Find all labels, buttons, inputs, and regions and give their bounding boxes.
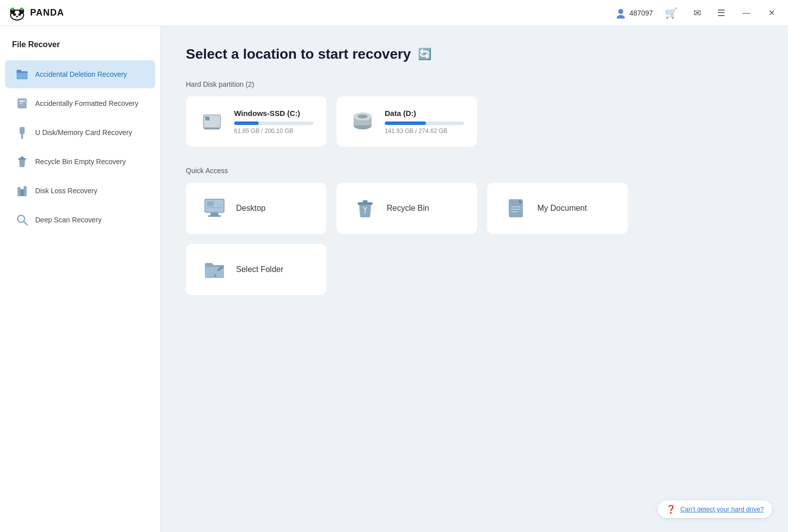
sidebar-item-recycle-label: Recycle Bin Empty Recovery — [35, 158, 126, 166]
svg-rect-21 — [24, 186, 27, 196]
qa-desktop-label: Desktop — [236, 204, 266, 213]
deep-scan-icon — [15, 213, 29, 227]
svg-rect-29 — [208, 117, 209, 118]
svg-rect-46 — [511, 206, 521, 207]
user-avatar-icon — [615, 8, 626, 19]
drive-card-d[interactable]: Data (D:) 141.93 GB / 274.62 GB — [336, 96, 477, 147]
app-name: PANDA — [30, 8, 64, 18]
refresh-icon[interactable]: 🔄 — [418, 48, 431, 61]
mail-button[interactable]: ✉ — [690, 6, 705, 21]
qa-my-document-label: My Document — [537, 204, 587, 213]
drive-c-progress — [234, 121, 313, 125]
svg-rect-10 — [17, 73, 28, 79]
drive-d-fill — [385, 121, 426, 125]
svg-point-16 — [21, 137, 23, 139]
sidebar-item-formatted-label: Accidentally Formatted Recovery — [35, 99, 138, 107]
svg-point-4 — [18, 13, 21, 16]
quick-access-label: Quick Access — [186, 167, 763, 175]
drive-d-icon — [350, 108, 376, 135]
drive-c-space: 61.85 GB / 200.10 GB — [234, 127, 313, 135]
drive-d-info: Data (D:) 141.93 GB / 274.62 GB — [385, 109, 464, 135]
svg-point-35 — [358, 114, 368, 118]
titlebar: PANDA 487097 🛒 ✉ ☰ — ✕ — [0, 0, 788, 26]
svg-rect-42 — [358, 202, 373, 205]
svg-rect-41 — [207, 207, 222, 208]
svg-rect-28 — [206, 117, 207, 118]
svg-rect-17 — [18, 158, 26, 160]
user-info: 487097 — [615, 8, 653, 19]
qa-card-select-folder[interactable]: Select Folder — [186, 244, 326, 295]
recycle-bin-icon — [15, 155, 29, 169]
main-content: Select a location to start recovery 🔄 Ha… — [161, 26, 788, 532]
help-link-text[interactable]: Can't detect your hard drive? — [680, 505, 764, 513]
svg-rect-39 — [208, 215, 221, 217]
svg-rect-14 — [20, 127, 25, 134]
svg-rect-20 — [21, 189, 24, 196]
udisk-icon — [15, 125, 29, 140]
qa-card-desktop[interactable]: Desktop — [186, 183, 326, 234]
titlebar-actions: 487097 🛒 ✉ ☰ — ✕ — [615, 5, 780, 21]
sidebar-item-accidental-label: Accidental Deletion Recovery — [35, 70, 127, 78]
svg-point-3 — [13, 13, 16, 16]
svg-rect-19 — [18, 187, 21, 196]
cart-button[interactable]: 🛒 — [661, 5, 682, 21]
drive-c-info: Windows-SSD (C:) 61.85 GB / 200.10 GB — [234, 109, 313, 135]
drive-c-icon — [199, 108, 225, 135]
svg-point-8 — [618, 9, 623, 14]
drives-row: Windows-SSD (C:) 61.85 GB / 200.10 GB — [186, 96, 763, 147]
hard-disk-section: Hard Disk partition (2) — [186, 80, 763, 147]
quick-access-grid: Desktop — [186, 183, 763, 295]
qa-recycle-bin-label: Recycle Bin — [387, 204, 429, 213]
svg-rect-13 — [19, 103, 23, 104]
svg-rect-30 — [206, 119, 207, 120]
minimize-button[interactable]: — — [737, 7, 755, 20]
drive-d-progress — [385, 121, 464, 125]
svg-rect-12 — [19, 100, 25, 102]
sidebar-item-formatted[interactable]: Accidentally Formatted Recovery — [5, 89, 155, 117]
svg-point-6 — [11, 8, 14, 11]
disk-loss-icon — [15, 184, 29, 198]
svg-point-9 — [617, 15, 625, 19]
hard-disk-label: Hard Disk partition (2) — [186, 80, 763, 88]
sidebar-item-deep-scan[interactable]: Deep Scan Recovery — [5, 206, 155, 234]
qa-select-folder-label: Select Folder — [236, 265, 283, 274]
menu-button[interactable]: ☰ — [713, 6, 729, 21]
qa-card-recycle-bin[interactable]: Recycle Bin — [336, 183, 477, 234]
help-link-container[interactable]: ❓ Can't detect your hard drive? — [658, 500, 772, 518]
disk-format-icon — [15, 96, 29, 110]
sidebar-item-recycle[interactable]: Recycle Bin Empty Recovery — [5, 148, 155, 176]
svg-rect-43 — [363, 200, 368, 202]
main-layout: File Recover Accidental Deletion Recover… — [0, 26, 788, 532]
svg-line-23 — [24, 221, 27, 225]
sidebar-item-disk-loss[interactable]: Disk Loss Recovery — [5, 177, 155, 205]
sidebar-item-accidental[interactable]: Accidental Deletion Recovery — [5, 60, 155, 88]
sidebar-item-deep-scan-label: Deep Scan Recovery — [35, 216, 101, 224]
page-title: Select a location to start recovery — [186, 46, 411, 62]
svg-rect-18 — [21, 157, 24, 158]
svg-rect-48 — [511, 211, 518, 212]
sidebar-item-disk-loss-label: Disk Loss Recovery — [35, 187, 97, 195]
recycle-bin-qa-icon — [353, 196, 378, 221]
sidebar-item-udisk[interactable]: U Disk/Memory Card Recovery — [5, 118, 155, 147]
drive-card-c[interactable]: Windows-SSD (C:) 61.85 GB / 200.10 GB — [186, 96, 326, 147]
desktop-icon — [202, 196, 227, 221]
svg-point-7 — [20, 8, 23, 11]
folder-icon — [15, 67, 29, 81]
drive-c-name: Windows-SSD (C:) — [234, 109, 313, 117]
drive-d-space: 141.93 GB / 274.62 GB — [385, 127, 464, 135]
user-id: 487097 — [629, 9, 653, 17]
qa-card-my-document[interactable]: My Document — [487, 183, 628, 234]
svg-rect-40 — [207, 201, 214, 206]
svg-rect-45 — [509, 199, 519, 203]
svg-point-5 — [16, 16, 18, 17]
page-header: Select a location to start recovery 🔄 — [186, 46, 763, 62]
quick-access-section: Quick Access — [186, 167, 763, 295]
close-button[interactable]: ✕ — [763, 6, 780, 20]
sidebar-item-udisk-label: U Disk/Memory Card Recovery — [35, 128, 132, 137]
drive-d-name: Data (D:) — [385, 109, 464, 117]
svg-rect-47 — [511, 209, 521, 210]
svg-rect-27 — [204, 127, 220, 129]
sidebar: File Recover Accidental Deletion Recover… — [0, 26, 161, 532]
svg-rect-38 — [210, 213, 218, 215]
panda-logo-icon — [8, 4, 26, 22]
